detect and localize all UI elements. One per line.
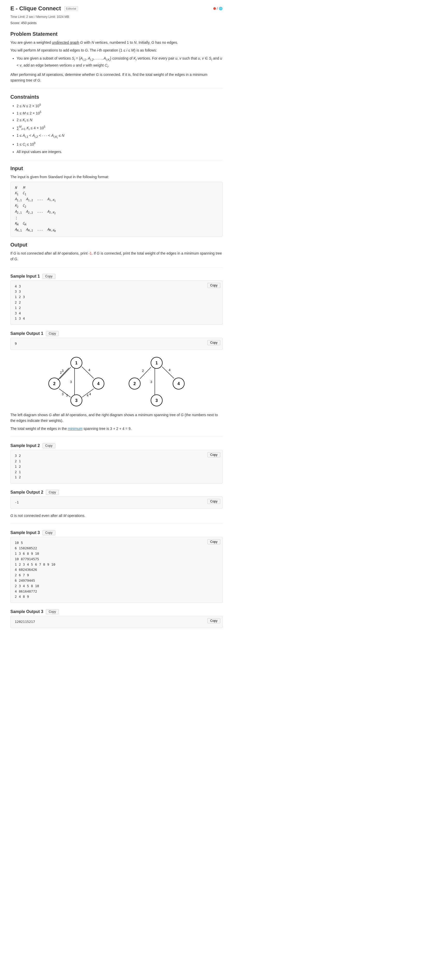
svg-line-16	[59, 389, 71, 397]
problem-bullet-list: You are given a subset of vertices Si = …	[17, 56, 223, 69]
score: Score: 450 points	[10, 21, 223, 26]
sample-input-3-pre: 10 5 6 158260522 1 3 6 8 9 10 10 8779145…	[15, 540, 218, 600]
output-heading: Output	[10, 242, 223, 248]
svg-text:4: 4	[169, 368, 171, 372]
problem-desc-3: After performing all M operations, deter…	[10, 72, 223, 83]
input-heading: Input	[10, 165, 223, 172]
svg-text:4: 4	[178, 382, 180, 386]
page-header: E - Clique Connect Editorial / 🌐	[10, 5, 223, 12]
sample-input-3-float-copy-btn[interactable]: Copy	[207, 539, 220, 544]
flag-slash: /	[217, 7, 218, 10]
svg-text:4: 4	[89, 368, 90, 372]
sample-input-1-title: Sample Input 1	[10, 274, 40, 278]
sample-output-3-title: Sample Output 3	[10, 609, 43, 614]
sample-output-1-pre: 9	[15, 341, 218, 347]
globe-icon: 🌐	[219, 7, 223, 10]
svg-text:3: 3	[62, 392, 64, 396]
page-title: E - Clique Connect	[10, 5, 61, 12]
sample-output-2-float-copy-btn[interactable]: Copy	[207, 499, 220, 504]
svg-text:2: 2	[133, 382, 136, 386]
sample-input-2-title: Sample Input 2	[10, 443, 40, 448]
sample-input-2-pre: 3 2 2 1 1 2 2 1 1 2	[15, 453, 218, 480]
sample-output-1-header: Sample Output 1 Copy	[10, 331, 223, 336]
editorial-badge: Editorial	[64, 6, 78, 11]
output-2-note: G is not connected even after all M oper…	[10, 513, 223, 519]
svg-text:3: 3	[151, 380, 152, 384]
constraint-4: ∑Mi=1 Ki ≤ 4 × 105	[17, 124, 223, 132]
sample-input-3-block: Copy 10 5 6 158260522 1 3 6 8 9 10 10 87…	[10, 537, 223, 603]
sample-input-3-copy-btn[interactable]: Copy	[43, 530, 56, 535]
sample-input-2-block: Copy 3 2 2 1 1 2 2 1 1 2	[10, 450, 223, 484]
sample-input-1-pre: 4 3 3 3 1 2 3 2 2 1 2 3 4 1 3 4	[15, 284, 218, 322]
flags: / 🌐	[213, 7, 223, 10]
sample-output-3-header: Sample Output 3 Copy	[10, 609, 223, 614]
svg-text:2: 2	[60, 371, 62, 374]
sample-output-1-block: Copy 9	[10, 338, 223, 350]
sample-output-2-title: Sample Output 2	[10, 490, 43, 495]
svg-text:3: 3	[155, 398, 158, 403]
svg-text:3: 3	[75, 398, 78, 403]
svg-text:3: 3	[66, 394, 68, 397]
sample-output-2-pre: -1	[15, 500, 218, 505]
constraint-2: 1 ≤ M ≤ 2 × 105	[17, 110, 223, 116]
header-left: E - Clique Connect Editorial	[10, 5, 78, 12]
diagram-container: 1 2 3 4 3 2 3 4 3 4 3 4 1	[10, 355, 223, 407]
svg-text:4: 4	[87, 394, 89, 397]
constraint-1: 2 ≤ N ≤ 2 × 105	[17, 103, 223, 109]
svg-text:2: 2	[53, 382, 56, 386]
constraint-5: 1 ≤ Ai,1 < Ai,2 < · · · < Ai,Ki ≤ N	[17, 133, 223, 140]
constraint-7: All input values are integers.	[17, 149, 223, 154]
sample-input-1-block: Copy 4 3 3 3 1 2 3 2 2 1 2 3 4 1 3 4	[10, 280, 223, 325]
constraints-list: 2 ≤ N ≤ 2 × 105 1 ≤ M ≤ 2 × 105 2 ≤ Ki ≤…	[17, 103, 223, 155]
diagram-desc-1: The left diagram shows G after all M ope…	[10, 412, 223, 424]
sample-input-1-copy-btn[interactable]: Copy	[43, 274, 56, 279]
svg-text:3: 3	[62, 369, 64, 373]
sample-output-2-block: Copy -1	[10, 496, 223, 509]
sample-output-1-float-copy-btn[interactable]: Copy	[207, 340, 220, 345]
input-format-pre: N M K1 C1 A1,1 A1,2 ... A1,K1 K2 C2 A2,1…	[15, 185, 218, 233]
sample-input-3-header: Sample Input 3 Copy	[10, 530, 223, 535]
input-desc: The input is given from Standard Input i…	[10, 174, 223, 180]
sample-input-1-header: Sample Input 1 Copy	[10, 274, 223, 279]
diagram-desc-2: The total weight of the edges in the min…	[10, 426, 223, 431]
sample-input-1-float-copy-btn[interactable]: Copy	[207, 283, 220, 288]
sample-output-2-copy-btn[interactable]: Copy	[46, 490, 59, 495]
svg-text:1: 1	[155, 361, 158, 365]
time-limit: Time Limit: 2 sec / Memory Limit: 1024 M…	[10, 14, 223, 19]
input-format-block: N M K1 C1 A1,1 A1,2 ... A1,K1 K2 C2 A2,1…	[10, 182, 223, 237]
sample-input-2-header: Sample Input 2 Copy	[10, 443, 223, 448]
problem-desc-1: You are given a weighted undirected grap…	[10, 40, 223, 45]
svg-text:3: 3	[70, 380, 72, 384]
constraint-6: 1 ≤ Ci ≤ 109	[17, 141, 223, 148]
constraints-heading: Constraints	[10, 94, 223, 100]
sample-output-3-float-copy-btn[interactable]: Copy	[207, 618, 220, 624]
sample-output-1-title: Sample Output 1	[10, 331, 43, 336]
problem-desc-2: You will perform M operations to add edg…	[10, 48, 223, 53]
sample-output-3-pre: 1202115217	[15, 619, 218, 625]
svg-text:4: 4	[97, 382, 100, 386]
problem-bullet-1: You are given a subset of vertices Si = …	[17, 56, 223, 69]
right-diagram: 1 2 3 4 2 3 4	[127, 355, 186, 407]
svg-text:2: 2	[142, 369, 144, 373]
svg-text:4: 4	[89, 392, 91, 396]
svg-line-30	[140, 367, 151, 379]
sample-output-3-copy-btn[interactable]: Copy	[46, 609, 59, 614]
svg-line-34	[162, 367, 174, 379]
output-desc: If G is not connected after all M operat…	[10, 250, 223, 262]
svg-text:1: 1	[75, 361, 78, 365]
flag-dot-icon	[213, 7, 216, 10]
problem-statement-heading: Problem Statement	[10, 31, 223, 37]
svg-line-14	[82, 367, 94, 379]
left-diagram: 1 2 3 4 3 2 3 4 3 4 3 4	[47, 355, 106, 407]
sample-input-2-copy-btn[interactable]: Copy	[43, 443, 56, 448]
sample-output-2-header: Sample Output 2 Copy	[10, 490, 223, 495]
sample-input-2-float-copy-btn[interactable]: Copy	[207, 452, 220, 457]
sample-input-3-title: Sample Input 3	[10, 530, 40, 535]
sample-output-3-block: Copy 1202115217	[10, 616, 223, 628]
constraint-3: 2 ≤ Ki ≤ N	[17, 117, 223, 124]
sample-output-1-copy-btn[interactable]: Copy	[46, 331, 59, 336]
